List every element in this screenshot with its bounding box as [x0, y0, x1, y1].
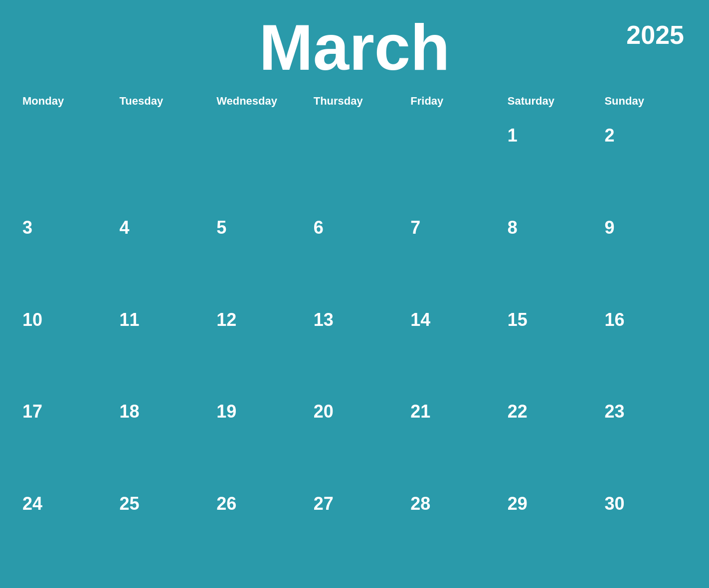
day-cell: 7 [403, 210, 500, 302]
day-cell: 6 [306, 210, 403, 302]
calendar-grid: MondayTuesdayWednesdayThursdayFridaySatu… [15, 90, 694, 578]
day-cell [112, 118, 209, 210]
day-header-tuesday: Tuesday [112, 90, 209, 113]
day-number: 5 [216, 217, 226, 238]
day-number: 28 [410, 493, 430, 514]
day-number: 7 [410, 217, 420, 238]
day-cell: 20 [306, 394, 403, 486]
day-cell: 21 [403, 394, 500, 486]
day-number: 9 [604, 217, 614, 238]
day-number: 29 [508, 493, 528, 514]
week-row-4: 17181920212223 [15, 394, 694, 486]
day-number: 8 [508, 217, 518, 238]
day-cell: 17 [15, 394, 112, 486]
day-number: 11 [120, 309, 140, 330]
calendar-header: March 2025 [15, 10, 694, 90]
day-number: 2 [604, 125, 614, 146]
day-cell: 14 [403, 302, 500, 394]
day-number: 25 [120, 493, 140, 514]
day-cell: 9 [597, 210, 694, 302]
day-number: 13 [314, 309, 334, 330]
day-cell: 1 [500, 118, 597, 210]
day-number: 22 [508, 401, 528, 422]
day-number: 18 [120, 401, 140, 422]
day-cell: 27 [306, 486, 403, 578]
day-cell: 25 [112, 486, 209, 578]
day-cell: 26 [209, 486, 306, 578]
day-number: 26 [216, 493, 236, 514]
day-cell: 8 [500, 210, 597, 302]
day-cell: 22 [500, 394, 597, 486]
day-cell: 19 [209, 394, 306, 486]
calendar-container: March 2025 MondayTuesdayWednesdayThursda… [0, 0, 709, 588]
day-header-thursday: Thursday [306, 90, 403, 113]
day-number: 16 [604, 309, 624, 330]
day-cell: 18 [112, 394, 209, 486]
day-number: 27 [314, 493, 334, 514]
day-number: 30 [604, 493, 624, 514]
week-row-2: 3456789 [15, 210, 694, 302]
month-title: March [259, 15, 450, 80]
days-header: MondayTuesdayWednesdayThursdayFridaySatu… [15, 90, 694, 118]
day-cell: 23 [597, 394, 694, 486]
day-number: 12 [216, 309, 236, 330]
day-cell [306, 118, 403, 210]
day-header-saturday: Saturday [500, 90, 597, 113]
week-row-5: 24252627282930 [15, 486, 694, 578]
day-cell: 2 [597, 118, 694, 210]
day-cell: 11 [112, 302, 209, 394]
day-cell: 5 [209, 210, 306, 302]
day-header-wednesday: Wednesday [209, 90, 306, 113]
day-cell [403, 118, 500, 210]
day-cell: 3 [15, 210, 112, 302]
day-number: 1 [508, 125, 518, 146]
day-number: 21 [410, 401, 430, 422]
day-number: 4 [120, 217, 130, 238]
week-row-3: 10111213141516 [15, 302, 694, 394]
day-header-sunday: Sunday [597, 90, 694, 113]
day-header-monday: Monday [15, 90, 112, 113]
day-number: 20 [314, 401, 334, 422]
day-number: 10 [22, 309, 42, 330]
weeks-container: 1234567891011121314151617181920212223242… [15, 118, 694, 578]
day-number: 23 [604, 401, 624, 422]
day-cell: 12 [209, 302, 306, 394]
day-number: 6 [314, 217, 324, 238]
day-cell: 15 [500, 302, 597, 394]
day-cell: 24 [15, 486, 112, 578]
day-cell: 4 [112, 210, 209, 302]
day-cell: 13 [306, 302, 403, 394]
day-cell: 10 [15, 302, 112, 394]
day-number: 17 [22, 401, 42, 422]
day-cell: 30 [597, 486, 694, 578]
day-number: 24 [22, 493, 42, 514]
day-number: 19 [216, 401, 236, 422]
week-row-1: 12 [15, 118, 694, 210]
day-number: 14 [410, 309, 430, 330]
day-cell: 16 [597, 302, 694, 394]
day-cell: 29 [500, 486, 597, 578]
day-header-friday: Friday [403, 90, 500, 113]
day-cell [209, 118, 306, 210]
day-cell: 28 [403, 486, 500, 578]
day-number: 15 [508, 309, 528, 330]
day-cell [15, 118, 112, 210]
day-number: 3 [22, 217, 32, 238]
year-title: 2025 [626, 20, 684, 50]
